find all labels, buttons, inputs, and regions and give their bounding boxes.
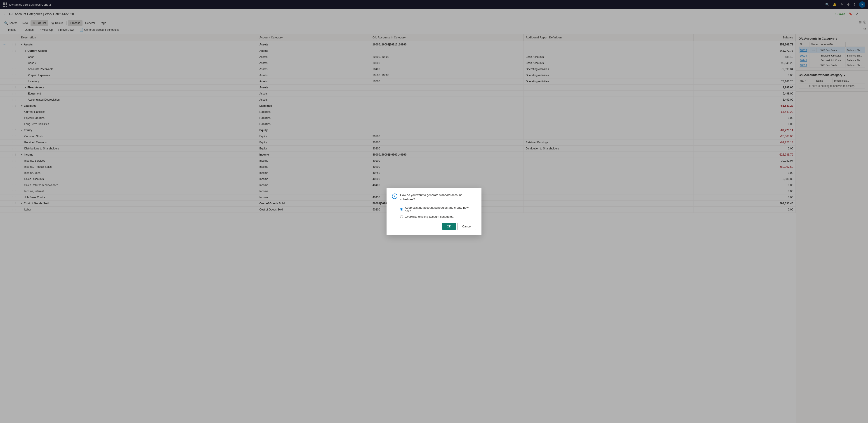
cancel-button[interactable]: Cancel xyxy=(458,223,476,230)
dialog-option-keep[interactable]: Keep existing account schedules and crea… xyxy=(400,206,476,213)
radio-overwrite[interactable] xyxy=(400,215,403,218)
dialog-title: How do you want to generate standard acc… xyxy=(400,193,476,201)
dialog-overlay: i How do you want to generate standard a… xyxy=(0,0,868,423)
dialog-option-overwrite[interactable]: Overwrite existing account schedules. xyxy=(400,215,476,218)
radio-keep[interactable] xyxy=(400,208,403,211)
ok-button[interactable]: OK xyxy=(442,223,456,230)
dialog-header: i How do you want to generate standard a… xyxy=(392,193,476,201)
dialog-actions: OK Cancel xyxy=(392,223,476,230)
dialog: i How do you want to generate standard a… xyxy=(386,188,482,235)
dialog-info-icon: i xyxy=(392,193,397,199)
dialog-options: Keep existing account schedules and crea… xyxy=(400,206,476,218)
